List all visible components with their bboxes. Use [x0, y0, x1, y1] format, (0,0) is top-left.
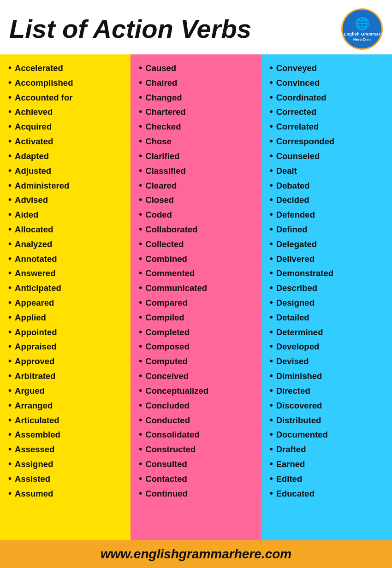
- list-item: Conceived: [139, 369, 257, 384]
- list-item: Clarified: [139, 149, 257, 164]
- list-item: Articulated: [8, 413, 127, 428]
- list-item: Accomplished: [8, 76, 127, 90]
- list-item: Developed: [270, 339, 388, 354]
- list-item: Concluded: [139, 398, 257, 413]
- list-item: Arranged: [8, 398, 127, 413]
- list-item: Composed: [139, 339, 257, 354]
- list-item: Anticipated: [8, 281, 127, 296]
- list-item: Consolidated: [139, 427, 257, 442]
- list-item: Coordinated: [270, 90, 388, 105]
- list-item: Conducted: [139, 413, 257, 428]
- logo: 🌐 English Grammar Here.Com: [341, 8, 383, 50]
- list-item: Closed: [139, 193, 257, 207]
- list-item: Coded: [139, 207, 257, 222]
- list-item: Defended: [270, 207, 388, 222]
- list-item: Debated: [270, 178, 388, 193]
- list-item: Assumed: [8, 486, 127, 501]
- list-item: Analyzed: [8, 237, 127, 252]
- column-yellow: AcceleratedAccomplishedAccounted forAchi…: [0, 54, 131, 540]
- list-item: Consulted: [139, 457, 257, 472]
- list-item: Convinced: [270, 76, 388, 90]
- list-item: Conveyed: [270, 61, 388, 76]
- logo-line2: Here.Com: [344, 37, 380, 42]
- list-item: Directed: [270, 384, 388, 398]
- logo-text: 🌐 English Grammar Here.Com: [344, 16, 380, 42]
- list-item: Appointed: [8, 325, 127, 340]
- list-item: Assigned: [8, 457, 127, 472]
- list-item: Changed: [139, 90, 257, 105]
- list-item: Computed: [139, 354, 257, 369]
- list-item: Advised: [8, 193, 127, 207]
- list-item: Demonstrated: [270, 266, 388, 281]
- list-item: Defined: [270, 222, 388, 237]
- list-item: Assessed: [8, 442, 127, 457]
- list-item: Compared: [139, 296, 257, 310]
- list-item: Assisted: [8, 472, 127, 486]
- column-blue: ConveyedConvincedCoordinatedCorrectedCor…: [261, 54, 392, 540]
- footer: www.englishgrammarhere.com: [0, 540, 392, 568]
- list-item: Documented: [270, 427, 388, 442]
- list-item: Decided: [270, 193, 388, 207]
- list-item: Chartered: [139, 105, 257, 119]
- list-item: Communicated: [139, 281, 257, 296]
- list-item: Continued: [139, 486, 257, 501]
- logo-icon: 🌐: [344, 16, 380, 32]
- list-item: Allocated: [8, 222, 127, 237]
- list-item: Collected: [139, 237, 257, 252]
- list-item: Adapted: [8, 149, 127, 164]
- list-item: Collaborated: [139, 222, 257, 237]
- list-item: Classified: [139, 164, 257, 178]
- list-item: Distributed: [270, 413, 388, 428]
- list-item: Drafted: [270, 442, 388, 457]
- list-item: Discovered: [270, 398, 388, 413]
- list-item: Counseled: [270, 149, 388, 164]
- list-item: Achieved: [8, 105, 127, 119]
- list-item: Contacted: [139, 472, 257, 486]
- page-header: List of Action Verbs 🌐 English Grammar H…: [0, 0, 392, 54]
- column-pink: CausedChairedChangedCharteredCheckedChos…: [131, 54, 261, 540]
- list-item: Assembled: [8, 427, 127, 442]
- list-item: Devised: [270, 354, 388, 369]
- columns-container: AcceleratedAccomplishedAccounted forAchi…: [0, 54, 392, 540]
- list-item: Earned: [270, 457, 388, 472]
- page-title: List of Action Verbs: [9, 15, 251, 43]
- list-item: Edited: [270, 472, 388, 486]
- list-item: Dealt: [270, 164, 388, 178]
- list-item: Corresponded: [270, 134, 388, 149]
- list-item: Approved: [8, 354, 127, 369]
- list-item: Determined: [270, 325, 388, 340]
- list-item: Arbitrated: [8, 369, 127, 384]
- list-item: Activated: [8, 134, 127, 149]
- list-item: Chose: [139, 134, 257, 149]
- list-item: Commented: [139, 266, 257, 281]
- list-item: Caused: [139, 61, 257, 76]
- list-item: Checked: [139, 119, 257, 134]
- footer-url: www.englishgrammarhere.com: [9, 547, 383, 562]
- list-item: Answered: [8, 266, 127, 281]
- list-item: Adjusted: [8, 164, 127, 178]
- list-item: Annotated: [8, 252, 127, 266]
- list-item: Chaired: [139, 76, 257, 90]
- list-item: Detailed: [270, 310, 388, 325]
- list-item: Administered: [8, 178, 127, 193]
- list-item: Constructed: [139, 442, 257, 457]
- list-item: Delegated: [270, 237, 388, 252]
- list-item: Applied: [8, 310, 127, 325]
- list-item: Accelerated: [8, 61, 127, 76]
- list-item: Argued: [8, 384, 127, 398]
- list-item: Designed: [270, 296, 388, 310]
- list-item: Described: [270, 281, 388, 296]
- list-item: Diminished: [270, 369, 388, 384]
- list-item: Cleared: [139, 178, 257, 193]
- list-item: Corrected: [270, 105, 388, 119]
- list-item: Aided: [8, 207, 127, 222]
- list-item: Combined: [139, 252, 257, 266]
- list-item: Delivered: [270, 252, 388, 266]
- list-item: Accounted for: [8, 90, 127, 105]
- list-item: Completed: [139, 325, 257, 340]
- list-item: Correlated: [270, 119, 388, 134]
- list-item: Conceptualized: [139, 384, 257, 398]
- list-item: Appeared: [8, 296, 127, 310]
- list-item: Appraised: [8, 339, 127, 354]
- logo-line1: English Grammar: [344, 32, 380, 37]
